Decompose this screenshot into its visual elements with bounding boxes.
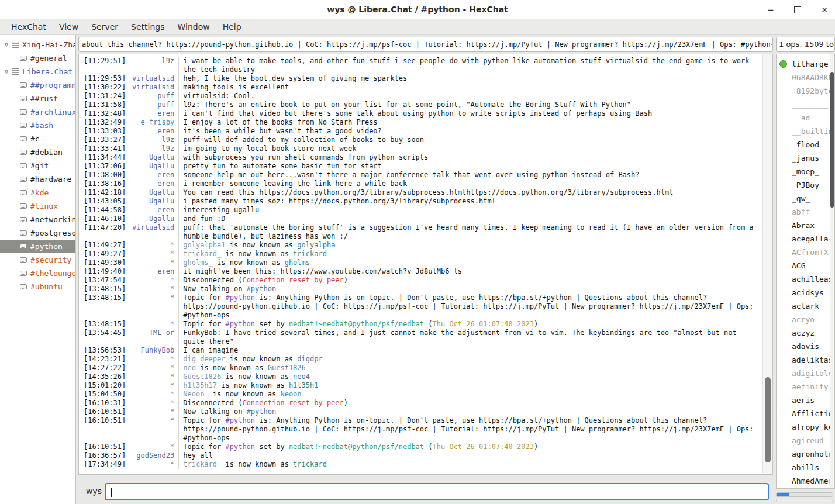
tree-server-libera-chat[interactable]: ▽Libera.Chat [0,65,75,78]
menu-item-help[interactable]: Help [216,20,248,33]
nick: * [126,276,178,285]
user-list-item-068aadrkn[interactable]: 068AADRKN [777,71,834,84]
message-text: puff will def added to my collection of … [178,136,772,144]
user-list-item-agireud[interactable]: agireud [777,434,834,447]
chat-link[interactable]: is: Anything Python is on-topic. | Don't… [183,416,753,442]
tree-channel-linux[interactable]: #linux [0,199,75,213]
user-list-item-aczyz[interactable]: aczyz [777,326,834,340]
chat-link[interactable]: it might've been this: https://www.youtu… [183,267,462,275]
minimize-icon[interactable]: ─ [766,5,775,15]
chat-link[interactable]: You can read this https://docs.python.or… [183,188,673,196]
user-name: aeris [792,396,815,405]
user-list-item-ad[interactable]: __ad [777,111,834,125]
tree-channel-networking[interactable]: #networking [0,213,75,226]
chat-line: [11:29:51]l9zi want be able to make tool… [79,57,772,74]
user-list-item-acryo[interactable]: acryo [777,313,834,326]
user-list-item-flood[interactable]: _flood [777,138,834,151]
close-icon[interactable]: ✕ [820,5,829,15]
chat-line: [11:37:06]Ugallupretty fun to automate s… [79,162,772,171]
message-segment: pretty fun to automate some basic fun fo… [183,162,382,170]
user-list-item-acegalla[interactable]: acegalla- [777,232,834,246]
timestamp: [15:01:20] [79,381,126,390]
user-list-item-acidsys[interactable]: acidsys [777,286,834,299]
user-list-item-janus[interactable]: _janus [777,151,834,165]
chat-scrollbar-thumb[interactable] [765,377,771,462]
topic-input[interactable]: about this channel? https://pound-python… [78,37,773,52]
nick: virtualsid [126,83,178,92]
message-text: it might've been this: https://www.youtu… [178,267,772,276]
tree-item-label: #postgresql [30,229,75,237]
user-list-item-aeris[interactable]: aeris [777,393,834,407]
timestamp: [11:29:53] [79,74,126,83]
message-input[interactable] [105,483,769,500]
message-segment: Topic for [183,294,225,302]
user-list-scrollbar-thumb[interactable] [830,72,834,208]
nick: virtualsid [126,223,178,241]
tree-channel-python[interactable]: #python [0,240,75,253]
chat-line: [17:34:49]*trickard_ is now known as tri… [79,460,772,469]
user-list-item-achilleas[interactable]: achilleas [777,272,834,286]
user-name: ahills [792,463,819,472]
tree-channel-c[interactable]: #c [0,132,75,146]
chat-scrollbar[interactable] [762,54,772,474]
user-list-item-adavis[interactable]: adavis [777,340,834,353]
tree-channel-git[interactable]: #git [0,159,75,172]
user-list-item-ahmedamer[interactable]: AhmedAmer [777,474,834,488]
tree-channel-general[interactable]: #general [0,51,75,65]
menu-item-server[interactable]: Server [85,20,125,33]
menu-item-settings[interactable]: Settings [125,20,171,33]
message-segment: #python [247,285,277,293]
user-list-item-pjboy[interactable]: _PJBoy [777,178,834,192]
user-list-item-adeliktas[interactable]: adeliktas [777,353,834,367]
user-list-scrollbar[interactable] [830,54,834,488]
user-list-item-acfromtx[interactable]: ACfromTX [777,246,834,259]
user-list-item-builtin[interactable]: __builtin [777,125,834,138]
user-list-item-afropy-ke[interactable]: afropy_ke [777,420,834,434]
chat-link[interactable]: i pasted many times soz: https://docs.py… [183,197,496,205]
user-list-item-afflictio[interactable]: Afflictio [777,407,834,420]
nick: * [126,390,178,399]
tree-channel-archlinux[interactable]: #archlinux [0,105,75,119]
message-text: You can read this https://docs.python.or… [178,188,772,197]
tree-channel-kde[interactable]: #kde [0,186,75,199]
user-list-item-aclark[interactable]: aclark [777,299,834,313]
user-list-item-aefinity[interactable]: aefinity [777,380,834,393]
menu-item-window[interactable]: Window [171,20,216,33]
tree-channel-thelounge[interactable]: #thelounge [0,267,75,280]
tree-channel-debian[interactable]: #debian [0,146,75,159]
user-list-item-[interactable]: ________ [777,98,834,111]
tree-channel-bash[interactable]: #bash [0,119,75,132]
maximize-icon[interactable] [793,5,802,15]
message-text: im going to my local book store next wee… [178,144,772,153]
message-segment: making tools is excellent [183,83,289,91]
message-segment: is now known as [196,364,268,372]
message-text: hey all [178,451,772,460]
tree-channel-security[interactable]: #security [0,253,75,267]
tree-channel-rust[interactable]: ##rust [0,92,75,105]
timestamp: [14:35:26] [79,372,126,381]
user-list-item-litharge[interactable]: litharge [777,57,834,71]
message-text: heh, I like the boot.dev system of givin… [178,74,772,83]
message-text: virtualsid: Cool. [178,92,772,101]
message-segment: #python [226,416,256,424]
tree-channel-ubuntu[interactable]: #ubuntu [0,280,75,294]
menu-item-hexchat[interactable]: HexChat [5,20,53,33]
user-list-item-acg[interactable]: ACG [777,259,834,272]
tree-server-xing-hai-zhan[interactable]: ▽Xing-Hai-Zhan [0,38,75,51]
user-list-item-ahills[interactable]: ahills [777,461,834,474]
nick: eren [126,206,178,215]
user-list-item-qw[interactable]: _qw_ [777,192,834,205]
tree-channel-programming[interactable]: ##programming [0,78,75,92]
user-list-item-8192byte[interactable]: _8192byte [777,84,834,98]
message-segment: is now known as [226,355,298,363]
user-list-item-moep[interactable]: _moep_ [777,165,834,178]
tree-channel-postgresql[interactable]: #postgresql [0,226,75,240]
user-list-item-adigitole[interactable]: adigitole [777,367,834,380]
user-list-item-agronholm[interactable]: agronholm [777,447,834,461]
chat-link[interactable]: is: Anything Python is on-topic. | Don't… [183,294,753,319]
timestamp: [11:49:30] [79,258,126,267]
menu-item-view[interactable]: View [53,20,85,33]
user-list-item-abff[interactable]: abff [777,205,834,219]
tree-channel-hardware[interactable]: #hardware [0,172,75,186]
user-list-item-abrax[interactable]: Abrax [777,219,834,232]
